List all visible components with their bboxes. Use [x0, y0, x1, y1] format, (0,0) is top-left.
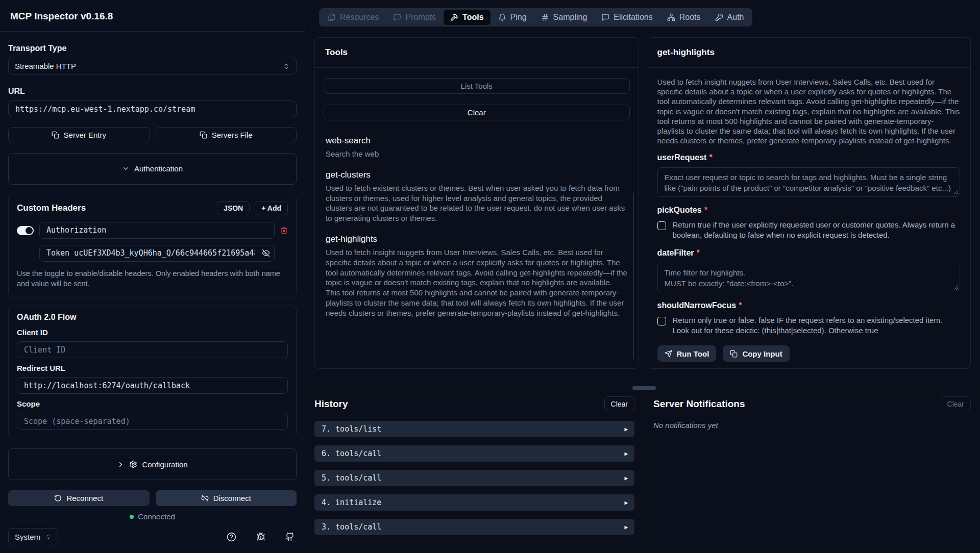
redirect-url-input[interactable]	[17, 377, 288, 394]
shouldNarrowFocus-row: Return only true or false. false IF the …	[657, 315, 961, 335]
tool-description: Search the web	[326, 149, 628, 159]
authentication-toggle-button[interactable]: Authentication	[8, 153, 297, 185]
custom-headers-help: Use the toggle to enable/disable headers…	[17, 268, 288, 289]
userRequest-textarea[interactable]	[657, 167, 961, 197]
gear-icon	[129, 460, 137, 468]
json-button[interactable]: JSON	[217, 201, 250, 215]
history-entry[interactable]: 5. tools/call ▶	[314, 470, 634, 486]
clear-tools-button[interactable]: Clear	[324, 105, 630, 120]
delete-header-button[interactable]	[280, 227, 288, 234]
scope-input[interactable]	[17, 413, 288, 430]
copy-input-button[interactable]: Copy Input	[723, 345, 789, 362]
status-dot-icon	[130, 515, 134, 519]
tab-resources[interactable]: Resources	[321, 10, 385, 25]
header-enabled-toggle[interactable]	[17, 226, 34, 235]
server-entry-button[interactable]: Server Entry	[8, 127, 150, 142]
tab-sampling[interactable]: Sampling	[534, 10, 594, 25]
configuration-toggle-button[interactable]: Configuration	[8, 448, 297, 480]
server-notifications-panel: Server Notifications Clear No notificati…	[644, 388, 980, 553]
field-label-dateFilter: dateFilter*	[657, 248, 961, 258]
run-tool-label: Run Tool	[677, 349, 709, 358]
tab-tools[interactable]: Tools	[444, 10, 490, 25]
tab-ping[interactable]: Ping	[492, 10, 533, 25]
client-id-input[interactable]	[17, 341, 288, 358]
servers-file-label: Servers File	[212, 131, 253, 139]
pickQuotes-checkbox[interactable]	[657, 221, 666, 230]
github-icon[interactable]	[285, 532, 295, 541]
clear-history-button[interactable]: Clear	[604, 396, 634, 411]
tool-list-item-get-clusters[interactable]: get-clusters Used to fetch existent clus…	[324, 166, 630, 223]
sidebar-body: Transport Type Streamable HTTP URL Serve…	[0, 32, 305, 553]
expand-arrow-icon: ▶	[624, 524, 628, 531]
tab-prompts[interactable]: Prompts	[386, 10, 443, 25]
files-icon	[328, 13, 336, 21]
history-entry[interactable]: 4. initialize ▶	[314, 494, 634, 511]
custom-headers-actions: JSON + Add	[217, 201, 288, 215]
help-icon[interactable]	[227, 532, 236, 542]
run-tool-button[interactable]: Run Tool	[657, 345, 717, 362]
sidebar-header: MCP Inspector v0.16.8	[0, 0, 305, 32]
header-inputs	[39, 222, 275, 262]
theme-select[interactable]: System	[8, 528, 58, 545]
tool-list-item-web-search[interactable]: web-search Search the web	[324, 132, 630, 159]
main-panels: Tools List Tools Clear web-search Search…	[305, 27, 980, 369]
redirect-url-label: Redirect URL	[17, 364, 288, 372]
connection-status: Connected	[8, 512, 297, 521]
trash-icon	[280, 227, 288, 234]
sidebar-footer: System	[0, 521, 305, 553]
bell-icon	[498, 13, 506, 21]
panel-resize-handle[interactable]	[632, 386, 656, 390]
history-entry[interactable]: 6. tools/call ▶	[314, 445, 634, 462]
tool-detail-description: Used to fetch insight nuggets from User …	[657, 77, 961, 145]
header-name-input[interactable]	[39, 222, 275, 239]
history-entry-label: 7. tools/list	[322, 424, 381, 434]
header-row	[17, 222, 288, 262]
servers-file-button[interactable]: Servers File	[156, 127, 297, 142]
header-value-input[interactable]	[39, 245, 275, 262]
pickQuotes-description: Return true if the user explicitly reque…	[673, 220, 961, 240]
theme-value: System	[15, 533, 40, 541]
bug-icon[interactable]	[256, 532, 265, 541]
dateFilter-textarea[interactable]	[657, 263, 961, 292]
scrollbar[interactable]	[633, 193, 634, 359]
tool-name: web-search	[326, 136, 628, 146]
tool-description: Used to fetch existent clusters or theme…	[326, 183, 628, 223]
history-entry-label: 4. initialize	[322, 498, 381, 507]
tab-label: Elicitations	[614, 13, 652, 22]
add-header-button[interactable]: + Add	[255, 201, 288, 215]
history-entry[interactable]: 7. tools/list ▶	[314, 421, 634, 437]
tab-roots[interactable]: Roots	[660, 10, 707, 25]
shouldNarrowFocus-checkbox[interactable]	[657, 317, 666, 325]
notifications-head: Server Notifications Clear	[653, 396, 971, 411]
transport-type-select[interactable]: Streamable HTTP	[8, 58, 297, 74]
dateFilter-textarea-wrap	[657, 263, 961, 292]
copy-icon	[730, 350, 738, 358]
disconnect-label: Disconnect	[213, 494, 251, 502]
toggle-value-visibility-button[interactable]	[262, 249, 270, 257]
tool-name: get-highlights	[326, 234, 628, 244]
required-asterisk: *	[709, 153, 712, 162]
tab-auth[interactable]: Auth	[708, 10, 751, 25]
list-tools-button[interactable]: List Tools	[324, 78, 630, 94]
tool-description: Used to fetch insight nuggets from User …	[326, 247, 628, 318]
disconnect-button[interactable]: Disconnect	[156, 490, 297, 506]
chevrons-up-down-icon	[283, 63, 290, 70]
history-entry[interactable]: 3. tools/call ▶	[314, 519, 634, 535]
tool-list-item-get-highlights[interactable]: get-highlights Used to fetch insight nug…	[324, 230, 630, 318]
eye-off-icon	[262, 249, 270, 257]
history-title: History	[314, 398, 348, 410]
pickQuotes-row: Return true if the user explicitly reque…	[657, 220, 961, 240]
field-label-shouldNarrowFocus: shouldNarrowFocus*	[657, 301, 961, 310]
chevrons-up-down-icon	[45, 534, 52, 540]
url-input[interactable]	[8, 100, 297, 117]
nav-bar-wrap: Resources Prompts Tools Ping Sampling	[305, 0, 980, 27]
reconnect-label: Reconnect	[66, 494, 103, 502]
history-entry-label: 3. tools/call	[322, 522, 381, 532]
reconnect-button[interactable]: Reconnect	[8, 490, 150, 506]
tab-elicitations[interactable]: Elicitations	[595, 10, 659, 25]
url-label: URL	[8, 87, 297, 96]
clear-notifications-button[interactable]: Clear	[941, 396, 971, 411]
key-icon	[715, 13, 723, 21]
tools-panel: Tools List Tools Clear web-search Search…	[314, 37, 639, 369]
history-panel: History Clear 7. tools/list ▶ 6. tools/c…	[305, 388, 644, 553]
